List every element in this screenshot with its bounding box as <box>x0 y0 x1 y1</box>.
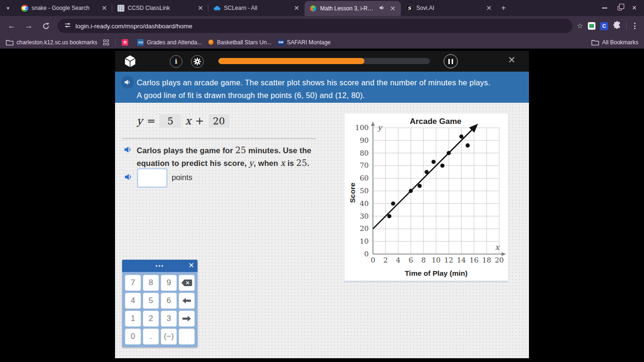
tab-sovi-ai[interactable]: S Sovi.AI ✕ <box>401 0 497 16</box>
window-restore-button[interactable] <box>618 6 622 10</box>
svg-text:2: 2 <box>383 256 388 264</box>
prompt-speaker-icon[interactable] <box>121 76 134 89</box>
x-axis-symbol: x <box>495 243 499 252</box>
bookmarks-separator <box>115 39 116 46</box>
svg-text:50: 50 <box>360 187 369 195</box>
pause-button[interactable] <box>444 54 458 68</box>
keypad-drag-handle[interactable]: ••• <box>122 263 198 269</box>
question-math: 25 <box>235 145 246 155</box>
tab-math-lesson-iready-active[interactable]: Math Lesson 3, i-Ready ✕ <box>305 1 401 16</box>
bookmark-star-icon[interactable]: ☆ <box>577 22 583 30</box>
screenshot-extension-icon[interactable] <box>588 22 595 30</box>
tab-close-icon[interactable]: ✕ <box>485 4 493 12</box>
svg-text:4: 4 <box>396 256 401 264</box>
question-speaker-icon[interactable] <box>124 146 132 169</box>
question-text-part: Carlos plays the game for <box>137 146 235 155</box>
bookmark-label: Basketball Stars Un... <box>217 39 271 46</box>
tab-audio-icon[interactable] <box>379 5 385 12</box>
svg-text:0: 0 <box>371 256 375 264</box>
question-text-part: , when <box>254 159 281 167</box>
google-favicon-icon <box>21 4 28 12</box>
site-info-icon[interactable] <box>64 22 71 31</box>
keypad-key-7[interactable]: 7 <box>125 275 141 291</box>
apps-grid-icon[interactable] <box>103 40 109 45</box>
chart-y-axis-label: Score <box>348 169 358 216</box>
keypad-key-.[interactable]: . <box>143 329 159 345</box>
svg-text:20: 20 <box>495 256 504 264</box>
question-block: Carlos plays the game for 25 minutes. Us… <box>124 144 326 169</box>
tab-title: snake - Google Search <box>32 5 97 11</box>
keypad-header[interactable]: ••• ✕ <box>122 260 198 272</box>
extensions-puzzle-icon[interactable] <box>613 21 621 31</box>
intercept-value-box: 20 <box>208 114 230 128</box>
reload-button[interactable] <box>39 19 53 33</box>
toolbar-separator <box>626 22 627 30</box>
prompt-line-2: A good line of fit is drawn through the … <box>137 89 490 102</box>
tab-search-button[interactable]: ▾ <box>0 0 16 16</box>
new-tab-button[interactable]: + <box>497 0 510 16</box>
tab-close-icon[interactable]: ✕ <box>388 5 397 12</box>
keypad-key-1[interactable]: 1 <box>125 311 141 327</box>
all-bookmarks-button[interactable]: All Bookmarks <box>591 39 638 46</box>
keypad-empty-key <box>179 329 195 345</box>
question-text: Carlos plays the game for 25 minutes. Us… <box>137 144 311 169</box>
managed-bookmarks-folder[interactable]: charleston.k12.sc.us bookmarks <box>6 39 97 46</box>
keypad-backspace-key[interactable] <box>179 275 195 291</box>
keypad-key-4[interactable]: 4 <box>125 293 141 309</box>
tab-close-icon[interactable]: ✕ <box>292 4 301 12</box>
tab-title: SCLearn - All <box>224 5 289 11</box>
svg-text:18: 18 <box>482 256 491 264</box>
back-button[interactable]: ← <box>5 19 19 33</box>
y-axis-symbol: y <box>378 123 382 132</box>
keypad-key-8[interactable]: 8 <box>143 275 159 291</box>
answer-input[interactable] <box>137 168 167 188</box>
equation-plus: + <box>195 115 204 127</box>
bookmark-item-n[interactable]: n <box>122 39 131 46</box>
window-minimize-button[interactable] <box>602 8 607 8</box>
tab-close-icon[interactable]: ✕ <box>100 4 108 12</box>
keypad-key-3[interactable]: 3 <box>161 311 177 327</box>
tab-snake-google-search[interactable]: snake - Google Search ✕ <box>16 0 112 16</box>
svg-text:80: 80 <box>360 149 369 157</box>
info-button[interactable]: i <box>170 55 182 68</box>
keypad-key-6[interactable]: 6 <box>161 293 177 309</box>
svg-text:20: 20 <box>360 224 369 233</box>
settings-button[interactable] <box>191 55 204 68</box>
bookmark-label: SAFARI Montage <box>287 39 331 46</box>
tab-sclearn[interactable]: SCLearn - All ✕ <box>208 0 305 16</box>
equation-x-var: x <box>185 115 191 127</box>
prompt-text: Carlos plays an arcade game. The scatter… <box>137 76 490 101</box>
keypad-key-5[interactable]: 5 <box>143 293 159 309</box>
keypad-key-9[interactable]: 9 <box>161 275 177 291</box>
tab-close-icon[interactable]: ✕ <box>196 4 205 12</box>
c-extension-icon[interactable]: C <box>600 22 608 30</box>
keypad-arrow-left-key[interactable] <box>179 293 195 309</box>
prompt-line-1: Carlos plays an arcade game. The scatter… <box>137 76 490 89</box>
keypad-close-button[interactable]: ✕ <box>188 262 194 269</box>
keypad-key-0[interactable]: 0 <box>125 329 141 345</box>
keypad-key-2[interactable]: 2 <box>143 311 159 327</box>
lesson-close-button[interactable]: ✕ <box>508 55 516 65</box>
svg-text:40: 40 <box>360 199 369 208</box>
keypad-key-(−)[interactable]: (−) <box>161 329 177 345</box>
window-close-button[interactable]: × <box>632 4 636 12</box>
bookmark-item-safari-montage[interactable]: SM SAFARI Montage <box>278 39 331 46</box>
bookmark-item-basketball[interactable]: Basketball Stars Un... <box>208 39 271 46</box>
managed-bookmarks-label: charleston.k12.sc.us bookmarks <box>17 39 97 46</box>
keypad-grid: 7894561230.(−) <box>122 272 198 347</box>
address-bar[interactable]: login.i-ready.com/mspro/dashboard/home <box>58 19 572 33</box>
iready-logo-icon <box>123 54 137 70</box>
question-prompt-banner: Carlos plays an arcade game. The scatter… <box>115 72 529 103</box>
keypad-arrow-right-key[interactable] <box>179 311 195 327</box>
forward-button[interactable]: → <box>22 19 36 33</box>
tab-ccsd-classlink[interactable]: CCSD ClassLink ✕ <box>112 0 208 16</box>
bookmark-item-grades[interactable]: SIS Grades and Attenda... <box>137 39 202 46</box>
lesson-progress-bar <box>218 58 430 64</box>
lesson-header: i ✕ <box>115 51 529 72</box>
section-divider <box>122 138 316 139</box>
toolbar-actions: ☆ C <box>577 21 639 31</box>
classlink-favicon-icon <box>117 4 124 12</box>
answer-speaker-icon[interactable] <box>124 173 133 182</box>
browser-menu-button[interactable] <box>631 21 638 31</box>
slope-value-box: 5 <box>160 114 181 128</box>
